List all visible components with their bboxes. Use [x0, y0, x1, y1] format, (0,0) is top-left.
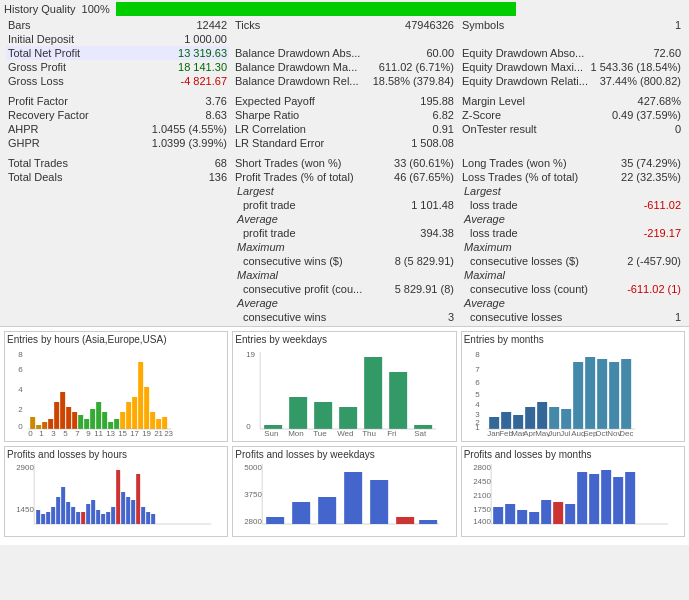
stat-value: 1 101.48	[411, 199, 454, 211]
svg-rect-17	[102, 412, 107, 429]
entries-by-hours-chart: Entries by hours (Asia,Europe,USA) 8 6 4…	[4, 331, 228, 442]
mid-column: Ticks 47946326 Balance Drawdown Abs... 6…	[231, 18, 458, 324]
svg-text:5: 5	[475, 390, 480, 399]
stat-row: consecutive profit (cou... 5 829.91 (8)	[233, 282, 456, 296]
svg-rect-149	[601, 470, 611, 524]
svg-rect-50	[389, 372, 407, 429]
svg-rect-146	[565, 504, 575, 524]
stat-label: Maximum	[462, 241, 512, 253]
stat-value: -611.02 (1)	[627, 283, 681, 295]
stat-label: consecutive loss (count)	[462, 283, 588, 295]
history-quality-bar	[116, 2, 516, 16]
stat-row: LR Correlation 0.91	[233, 122, 456, 136]
stat-value: 37.44% (800.82)	[600, 75, 681, 87]
svg-text:21: 21	[154, 429, 163, 437]
stat-row: Gross Loss -4 821.67	[6, 74, 229, 88]
svg-rect-143	[529, 512, 539, 524]
svg-rect-73	[549, 407, 559, 429]
svg-rect-113	[116, 470, 120, 524]
svg-rect-140	[493, 507, 503, 524]
stat-value: 60.00	[426, 47, 454, 59]
svg-rect-97	[36, 510, 40, 524]
svg-rect-100	[51, 507, 55, 524]
stat-value: 1	[675, 311, 681, 323]
svg-rect-118	[141, 507, 145, 524]
stat-row: consecutive losses ($) 2 (-457.90)	[460, 254, 683, 268]
svg-rect-129	[344, 472, 362, 524]
svg-rect-71	[525, 407, 535, 429]
entries-by-months-chart: Entries by months 8 7 6 5 4 3 2 1	[461, 331, 685, 442]
svg-text:Dec: Dec	[619, 429, 633, 437]
svg-text:2900: 2900	[16, 463, 34, 472]
svg-text:15: 15	[118, 429, 127, 437]
svg-text:6: 6	[18, 365, 23, 374]
chart-title: Entries by weekdays	[235, 334, 453, 345]
stat-row: Equity Drawdown Relati... 37.44% (800.82…	[460, 74, 683, 88]
stat-row: Maximal	[460, 268, 683, 282]
svg-text:13: 13	[106, 429, 115, 437]
stat-label: loss trade	[462, 227, 518, 239]
stat-row: Average	[460, 212, 683, 226]
stat-row: Gross Profit 18 141.30	[6, 60, 229, 74]
svg-rect-76	[585, 357, 595, 429]
stat-row: Recovery Factor 8.63	[6, 108, 229, 122]
svg-rect-21	[126, 402, 131, 429]
svg-text:2800: 2800	[473, 463, 491, 472]
svg-text:5000: 5000	[244, 463, 262, 472]
stat-value: 427.68%	[638, 95, 681, 107]
stat-row	[233, 32, 456, 46]
stat-label: consecutive profit (cou...	[235, 283, 362, 295]
svg-rect-127	[292, 502, 310, 524]
stat-label: profit trade	[235, 199, 296, 211]
stat-label: Profit Factor	[8, 95, 68, 107]
stat-label: loss trade	[462, 199, 518, 211]
svg-rect-24	[144, 387, 149, 429]
history-quality-row: History Quality 100%	[4, 2, 685, 16]
stat-row: profit trade 394.38	[233, 226, 456, 240]
stat-label: Equity Drawdown Relati...	[462, 75, 588, 87]
svg-rect-47	[314, 402, 332, 429]
svg-text:1400: 1400	[473, 517, 491, 526]
stat-label: Bars	[8, 19, 31, 31]
main-container: History Quality 100% Bars 12442 Initial …	[0, 0, 689, 545]
svg-text:2450: 2450	[473, 477, 491, 486]
svg-rect-108	[91, 500, 95, 524]
stat-row: loss trade -219.17	[460, 226, 683, 240]
stat-row	[460, 32, 683, 46]
stat-label: Long Trades (won %)	[462, 157, 567, 169]
svg-rect-68	[489, 417, 499, 429]
svg-text:0: 0	[18, 422, 23, 431]
stat-label: Balance Drawdown Rel...	[235, 75, 359, 87]
stat-label: Margin Level	[462, 95, 525, 107]
svg-text:Sun: Sun	[264, 429, 278, 437]
stat-label: consecutive losses ($)	[462, 255, 579, 267]
svg-rect-8	[48, 419, 53, 429]
svg-rect-151	[625, 472, 635, 524]
svg-rect-26	[156, 419, 161, 429]
stat-value: 195.88	[420, 95, 454, 107]
stat-row: Largest	[233, 184, 456, 198]
stat-value: 13 319.63	[178, 47, 227, 59]
svg-rect-142	[517, 510, 527, 524]
stat-row: Maximum	[460, 240, 683, 254]
stat-row: LR Standard Error 1 508.08	[233, 136, 456, 150]
svg-rect-110	[101, 514, 105, 524]
stat-row: Profit Trades (% of total) 46 (67.65%)	[233, 170, 456, 184]
svg-rect-23	[138, 362, 143, 429]
stat-row: Equity Drawdown Maxi... 1 543.36 (18.54%…	[460, 60, 683, 74]
stat-row: Largest	[460, 184, 683, 198]
svg-text:4: 4	[18, 385, 23, 394]
svg-rect-141	[505, 504, 515, 524]
stats-section: History Quality 100% Bars 12442 Initial …	[0, 0, 689, 326]
stat-row: Total Net Profit 13 319.63	[6, 46, 229, 60]
stat-row: Balance Drawdown Ma... 611.02 (6.71%)	[233, 60, 456, 74]
stat-label: consecutive wins ($)	[235, 255, 343, 267]
stat-row: Long Trades (won %) 35 (74.29%)	[460, 156, 683, 170]
svg-rect-27	[162, 417, 167, 429]
svg-text:23: 23	[164, 429, 173, 437]
stat-label: Balance Drawdown Abs...	[235, 47, 360, 59]
stat-label: Equity Drawdown Abso...	[462, 47, 584, 59]
stat-value: 1.0455 (4.55%)	[152, 123, 227, 135]
svg-rect-144	[541, 500, 551, 524]
stat-label: Gross Loss	[8, 75, 64, 87]
